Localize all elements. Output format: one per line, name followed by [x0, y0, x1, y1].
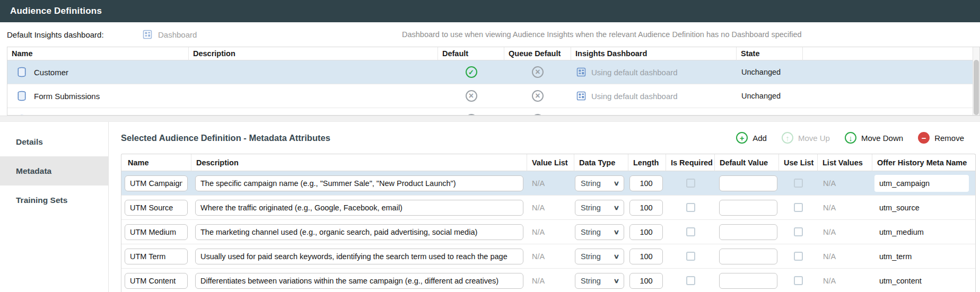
length-input[interactable] — [629, 224, 663, 240]
move-down-button[interactable]: ↓Move Down — [845, 132, 903, 144]
attribute-row[interactable]: N/A String ∨ N/A — [121, 196, 975, 220]
is-required-checkbox[interactable] — [686, 179, 695, 188]
attribute-description-input[interactable] — [195, 249, 523, 264]
list-values-cell: N/A — [818, 220, 872, 244]
length-input[interactable] — [629, 200, 663, 216]
attribute-row[interactable]: N/A String ∨ N/A — [121, 171, 975, 196]
move-up-button[interactable]: ↑Move Up — [782, 132, 830, 144]
attribute-description-input[interactable] — [195, 175, 523, 191]
definition-description-cell — [189, 108, 438, 116]
dashboard-icon — [576, 114, 587, 116]
tab-training-sets[interactable]: Training Sets — [0, 185, 108, 215]
definition-default-cell: × — [438, 84, 504, 108]
data-type-cell: String ∨ — [574, 269, 628, 292]
data-type-cell: String ∨ — [574, 171, 628, 195]
attribute-row[interactable]: N/A String ∨ N/A — [121, 244, 975, 269]
default-value-cell — [715, 220, 779, 244]
attribute-row[interactable]: N/A String ∨ N/A — [121, 220, 975, 244]
definition-state — [737, 108, 803, 116]
metadata-toolbar: Selected Audience Definition - Metadata … — [109, 122, 980, 154]
queue-default-status-icon: × — [532, 66, 544, 78]
data-type-select[interactable]: String ∨ — [575, 200, 624, 216]
is-required-cell — [666, 171, 715, 195]
section-title: Selected Audience Definition - Metadata … — [121, 133, 721, 143]
length-cell — [628, 220, 666, 244]
length-cell — [628, 269, 666, 292]
offer-history-meta-name-input[interactable] — [874, 224, 969, 241]
default-value-input[interactable] — [719, 249, 777, 264]
attribute-name-cell — [121, 220, 191, 244]
data-type-cell: String ∨ — [574, 244, 628, 268]
length-input[interactable] — [629, 273, 663, 289]
value-list-cell: N/A — [527, 269, 574, 292]
default-value-input[interactable] — [719, 175, 777, 191]
scrollbar-thumb[interactable] — [974, 60, 979, 115]
definition-row[interactable]: Customer ✓ × Using default dashboard Unc… — [7, 60, 979, 84]
default-value-input[interactable] — [719, 200, 777, 216]
attribute-description-input[interactable] — [195, 273, 523, 289]
default-status-icon: ✓ — [466, 66, 477, 78]
vertical-scrollbar[interactable] — [973, 47, 979, 115]
add-button[interactable]: +Add — [736, 132, 767, 144]
attribute-description-input[interactable] — [195, 224, 523, 240]
is-required-checkbox[interactable] — [686, 203, 695, 212]
default-status-icon: × — [466, 90, 477, 102]
move-down-button-label: Move Down — [861, 134, 903, 143]
use-list-checkbox[interactable] — [794, 179, 803, 188]
attribute-name-input[interactable] — [125, 273, 188, 289]
list-values-cell: N/A — [818, 171, 872, 195]
tab-metadata[interactable]: Metadata — [0, 156, 108, 185]
attribute-name-input[interactable] — [125, 175, 188, 191]
attribute-name-cell — [121, 269, 191, 292]
is-required-checkbox[interactable] — [686, 276, 695, 285]
offer-history-cell — [872, 171, 975, 195]
is-required-cell — [666, 196, 715, 219]
definition-row[interactable]: Form Submissions × × Using default dashb… — [7, 84, 979, 108]
use-list-checkbox[interactable] — [794, 203, 803, 212]
data-type-select[interactable]: String ∨ — [575, 273, 624, 289]
queue-default-status-icon: × — [532, 114, 544, 116]
length-input[interactable] — [629, 249, 663, 264]
use-list-checkbox[interactable] — [794, 276, 803, 285]
insights-dashboard-text: Using default dashboard — [591, 92, 678, 101]
dashboard-icon — [576, 67, 587, 77]
data-type-select[interactable]: String ∨ — [575, 224, 624, 240]
definition-filler-cell — [803, 60, 979, 84]
default-value-input[interactable] — [719, 273, 777, 289]
definitions-column-header-filler — [803, 47, 979, 60]
data-type-cell: String ∨ — [574, 196, 628, 219]
offer-history-meta-name-input[interactable] — [874, 248, 969, 265]
dashboard-icon — [576, 91, 587, 101]
data-type-select[interactable]: String ∨ — [575, 249, 624, 264]
attribute-description-input[interactable] — [195, 200, 523, 216]
length-input[interactable] — [629, 175, 663, 191]
definition-name: Customer — [34, 68, 68, 77]
offer-history-meta-name-input[interactable] — [874, 175, 969, 192]
attribute-row[interactable]: N/A String ∨ N/A — [121, 269, 975, 292]
attribute-description-cell — [191, 196, 527, 219]
is-required-checkbox[interactable] — [686, 227, 695, 236]
default-dashboard-value[interactable]: Dashboard — [158, 30, 197, 39]
attribute-name-input[interactable] — [125, 200, 188, 216]
data-type-select[interactable]: String ∨ — [575, 175, 624, 191]
definition-row[interactable]: × × — [7, 108, 979, 116]
attribute-name-input[interactable] — [125, 224, 188, 240]
chevron-down-icon: ∨ — [614, 253, 620, 260]
definition-state: Unchanged — [737, 60, 803, 84]
tab-details[interactable]: Details — [0, 127, 108, 156]
use-list-checkbox[interactable] — [794, 252, 803, 261]
definition-name-cell — [7, 108, 189, 116]
offer-history-meta-name-input[interactable] — [874, 199, 969, 216]
definitions-table-body: Customer ✓ × Using default dashboard Unc… — [7, 60, 979, 116]
offer-history-meta-name-input[interactable] — [874, 272, 969, 289]
definition-name-cell: Form Submissions — [7, 84, 189, 108]
attribute-name-input[interactable] — [125, 249, 188, 264]
offer-history-cell — [872, 244, 975, 268]
remove-button[interactable]: −Remove — [918, 132, 964, 144]
dashboard-icon — [142, 29, 153, 40]
is-required-checkbox[interactable] — [686, 252, 695, 261]
use-list-checkbox[interactable] — [794, 227, 803, 236]
default-value-input[interactable] — [719, 224, 777, 240]
attributes-column-header-offer-history-meta-name: Offer History Meta Name — [872, 154, 975, 171]
attributes-column-header-use-list: Use List — [779, 154, 818, 171]
